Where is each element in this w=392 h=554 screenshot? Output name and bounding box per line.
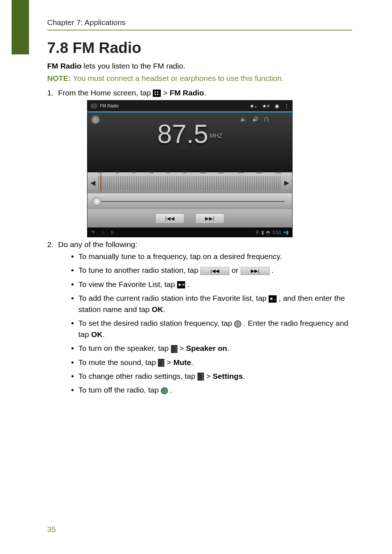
side-tab [12,0,29,54]
bullet-6: To turn on the speaker, tap > Speaker on… [58,343,352,354]
status-disc-icon: ◓ [266,230,270,235]
step-1: From the Home screen, tap > FM Radio. FM… [47,89,352,237]
bullet-3: To view the Favorite List, tap ★≡ . [58,279,352,290]
bullet-4: To add the current radio station into th… [58,293,352,315]
shot-logo-icon [90,103,98,108]
status-time: 3:51 [272,230,281,235]
star-add-icon[interactable]: ★₊ [250,103,257,109]
step-2: Do any of the following: To manually tun… [47,240,352,396]
seek-next-icon: ▶▶| [241,267,270,275]
status-gps-icon: ⚲ [256,230,259,235]
android-navbar: ↰ ⌂ ⎘ ⚲ ▮ ◓ 3:51 ▾▮ [87,227,292,237]
nav-recent-icon[interactable]: ⎘ [111,230,114,235]
volume-slider[interactable] [87,193,292,209]
intro-bold: FM Radio [47,62,82,70]
nav-back-icon[interactable]: ↰ [91,230,95,235]
bullet-8: To change other radio settings, tap > Se… [58,371,352,382]
shot-title: FM Radio [100,103,119,108]
shot-titlebar: FM Radio ★₊ ★≡ ◉ ⋮ [87,100,292,111]
overflow-menu-icon [158,359,164,367]
tick-labels: 88 90 92 94 96 98 100 102 104 106 108 [98,170,281,174]
steps-list: From the Home screen, tap > FM Radio. FM… [47,89,352,396]
bullet-7: To mute the sound, tap > Mute. [58,357,352,368]
audio-mode-icons[interactable]: 🔈 🔊 ⋂ [240,116,270,122]
shot-top-actions: ★₊ ★≡ ◉ ⋮ [250,103,289,109]
note-label: NOTE: [47,74,71,82]
tuning-needle [101,174,101,192]
chapter-header: Chapter 7: Applications [47,18,352,30]
seek-prev-button[interactable]: |◀◀ [155,213,184,223]
shot-display: ⏻ 🔈 🔊 ⋂ 87.5MHZ [87,112,292,172]
status-battery-icon: ▮ [261,230,264,235]
power-off-icon: ⏻ [161,387,168,394]
favorite-add-icon: ★₊ [269,295,277,303]
seek-button-row: |◀◀ ▶▶| [87,209,292,227]
page-content: Chapter 7: Applications 7.8 FM Radio FM … [47,18,352,399]
nav-home-icon[interactable]: ⌂ [102,230,105,235]
bullet-list: To manually tune to a frequency, tap on … [58,251,352,396]
set-frequency-icon [234,320,241,328]
bullet-1: To manually tune to a frequency, tap on … [58,251,352,262]
apps-icon [153,90,161,97]
power-button[interactable]: ⏻ [91,115,100,124]
bullet-2: To tune to another radio station, tap |◀… [58,265,352,276]
scale-left-icon[interactable]: ◀ [87,179,98,187]
seek-next-button[interactable]: ▶▶| [195,213,224,223]
fm-radio-screenshot: FM Radio ★₊ ★≡ ◉ ⋮ ⏻ 🔈 🔊 ⋂ 87.5MHZ [87,100,293,237]
note: NOTE: You must connect a headset or earp… [47,74,352,83]
note-text: You must connect a headset or earphones … [71,74,283,82]
menu-icon[interactable]: ⋮ [284,103,289,109]
slider-knob[interactable] [93,197,101,206]
favorite-list-icon: ★≡ [177,281,185,288]
bullet-9: To turn off the radio, tap ⏻ . [58,385,352,395]
intro-text: FM Radio lets you listen to the FM radio… [47,62,352,70]
scale-right-icon[interactable]: ▶ [281,179,292,187]
frequency-scale[interactable]: ◀ 88 90 92 94 96 98 100 102 104 106 [87,172,292,193]
intro-rest: lets you listen to the FM radio. [82,62,185,70]
section-heading: 7.8 FM Radio [47,39,352,57]
record-icon[interactable]: ◉ [275,103,279,109]
status-wifi-icon: ▾▮ [283,230,289,235]
star-list-icon[interactable]: ★≡ [262,103,270,109]
overflow-menu-icon [171,345,177,353]
bullet-5: To set the desired radio station frequen… [58,318,352,340]
seek-prev-icon: |◀◀ [200,267,229,275]
page-number: 35 [47,525,56,534]
scale-ticks[interactable]: 88 90 92 94 96 98 100 102 104 106 108 [98,176,281,190]
overflow-menu-icon [197,373,204,381]
